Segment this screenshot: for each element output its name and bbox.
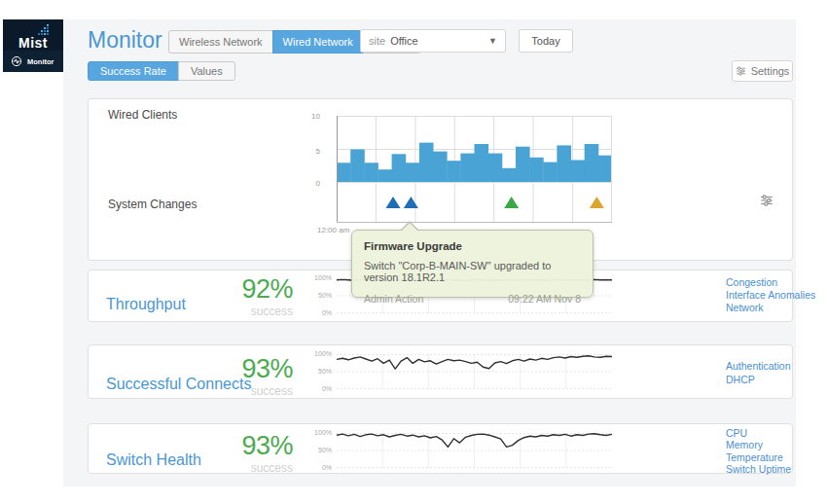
switch-health-sparkline — [337, 433, 612, 468]
sidebar: Mist Monitor Marvis™ Clients Access Poin… — [3, 19, 63, 486]
successful-connects-card: Successful Connects 93% success 100% 50%… — [88, 344, 793, 399]
metric-row: DHCP44% — [726, 374, 827, 387]
sidebar-item-monitor[interactable]: Monitor — [3, 51, 63, 72]
success-rate-label: success — [200, 305, 293, 318]
throughput-link[interactable]: Throughput — [106, 296, 186, 313]
successful-connects-score: 93% success — [200, 354, 293, 398]
system-change-marker[interactable] — [590, 197, 604, 208]
sidebar-item-label: Network — [27, 210, 56, 219]
metric-link[interactable]: Authentication — [726, 360, 791, 374]
metric-link[interactable]: DHCP — [726, 374, 755, 387]
sidebar-item-label: Analytics — [27, 189, 59, 198]
metric-row: Switch Uptime88% — [726, 463, 827, 475]
success-rate-label: success — [200, 461, 293, 475]
success-rate-value: 93% — [200, 431, 293, 461]
sidebar-item-label: Access Points — [27, 118, 63, 135]
spark-ytick-0: 0% — [310, 385, 332, 392]
toggle-success-rate[interactable]: Success Rate — [88, 61, 179, 81]
metric-link[interactable]: CPU — [726, 427, 747, 439]
spark-ytick-100: 100% — [310, 274, 332, 281]
switch-health-metrics: CPU7% Memory5% Temperature0% Switch Upti… — [726, 427, 827, 476]
site-selector-label: site — [369, 35, 385, 47]
metric-link[interactable]: Congestion — [726, 276, 777, 289]
analytics-icon — [11, 187, 22, 198]
throughput-metrics: Congestion10% Interface Anomalies19% Net… — [726, 276, 827, 314]
date-range-button[interactable]: Today — [519, 29, 573, 53]
metric-row: Memory5% — [726, 439, 827, 450]
metric-row: Temperature0% — [726, 451, 827, 463]
chevron-down-icon: ▼ — [488, 36, 497, 46]
marvis-icon — [11, 77, 22, 89]
spark-ytick-0: 0% — [310, 464, 332, 471]
site-selector[interactable]: site Office ▼ — [360, 29, 506, 53]
spark-ytick-50: 50% — [310, 368, 332, 375]
tooltip-timestamp: 09:22 AM Nov 8 — [508, 293, 581, 305]
sidebar-item-access-points[interactable]: Access Points — [3, 116, 63, 137]
successful-connects-sparkline — [337, 354, 612, 389]
switch-health-score: 93% success — [200, 431, 293, 475]
metric-row: Authentication56% — [726, 360, 827, 374]
tab-wired-network[interactable]: Wired Network — [272, 30, 364, 54]
system-change-marker[interactable] — [386, 197, 401, 208]
metric-link[interactable]: Interface Anomalies — [726, 289, 815, 302]
metric-link[interactable]: Memory — [726, 439, 763, 450]
switches-icon — [11, 143, 22, 155]
sidebar-item-organization[interactable]: Organization — [3, 226, 63, 247]
chart-filter-sliders-icon[interactable] — [760, 195, 773, 206]
sidebar-item-label: Location — [27, 166, 57, 175]
metric-link[interactable]: Switch Uptime — [726, 463, 791, 475]
sidebar-item-location[interactable]: Location — [3, 160, 63, 181]
sidebar-item-label: Monitor — [27, 57, 54, 66]
metric-row: Network71% — [726, 302, 827, 314]
metric-row: CPU7% — [726, 427, 827, 439]
sidebar-item-network[interactable]: Network — [3, 203, 63, 225]
view-toggle: Success Rate Values — [88, 61, 235, 81]
spark-ytick-100: 100% — [310, 429, 332, 436]
sidebar-item-switches[interactable]: Switches — [3, 138, 63, 160]
throughput-score: 92% success — [200, 274, 293, 318]
x-axis-start-label: 12:00 am — [317, 226, 349, 234]
switch-health-link[interactable]: Switch Health — [106, 451, 201, 469]
metric-link[interactable]: Temperature — [726, 451, 783, 463]
system-changes-label: System Changes — [108, 198, 197, 211]
tooltip-title: Firmware Upgrade — [364, 240, 581, 252]
access-points-icon — [11, 121, 22, 132]
metric-link[interactable]: Network — [726, 302, 764, 314]
ytick-0: 0 — [305, 179, 320, 188]
toggle-values[interactable]: Values — [178, 61, 235, 81]
wired-clients-label: Wired Clients — [108, 108, 177, 122]
sidebar-item-marvis[interactable]: Marvis™ — [3, 72, 63, 93]
clients-icon — [11, 99, 22, 111]
spark-ytick-50: 50% — [310, 447, 332, 453]
sidebar-item-analytics[interactable]: Analytics — [3, 182, 63, 203]
spark-ytick-0: 0% — [310, 309, 332, 316]
ytick-10: 10 — [305, 112, 320, 121]
wired-clients-chart — [337, 116, 612, 183]
system-change-marker[interactable] — [404, 197, 418, 208]
mist-logo-text: Mist — [18, 35, 48, 51]
spark-ytick-50: 50% — [310, 292, 332, 299]
organization-icon — [11, 231, 22, 242]
mist-dashboard: Mist Monitor Marvis™ Clients Access Poin… — [0, 0, 827, 504]
tab-wireless-network[interactable]: Wireless Network — [168, 30, 273, 54]
switch-health-card: Switch Health 93% success 100% 50% 0% CP… — [88, 423, 793, 474]
sidebar-item-label: Switches — [27, 145, 59, 154]
success-rate-value: 93% — [200, 354, 293, 384]
sidebar-item-label: Marvis™ — [27, 79, 57, 88]
success-rate-value: 92% — [200, 274, 293, 305]
metric-row: Interface Anomalies19% — [726, 289, 827, 302]
event-tooltip: Firmware Upgrade Switch "Corp-B-MAIN-SW"… — [351, 230, 593, 298]
monitor-icon — [11, 55, 22, 67]
mist-logo[interactable]: Mist — [3, 19, 63, 54]
settings-button[interactable]: Settings — [732, 60, 793, 82]
settings-label: Settings — [751, 65, 790, 77]
ytick-5: 5 — [305, 147, 320, 156]
location-icon — [11, 164, 22, 176]
metric-row: Congestion10% — [726, 276, 827, 289]
success-rate-label: success — [200, 384, 293, 398]
system-change-marker[interactable] — [504, 197, 519, 208]
successful-connects-metrics: Authentication56% DHCP44% — [726, 360, 827, 386]
network-icon — [11, 208, 22, 220]
sidebar-item-label: Clients — [27, 101, 52, 110]
sidebar-item-clients[interactable]: Clients — [3, 94, 63, 116]
